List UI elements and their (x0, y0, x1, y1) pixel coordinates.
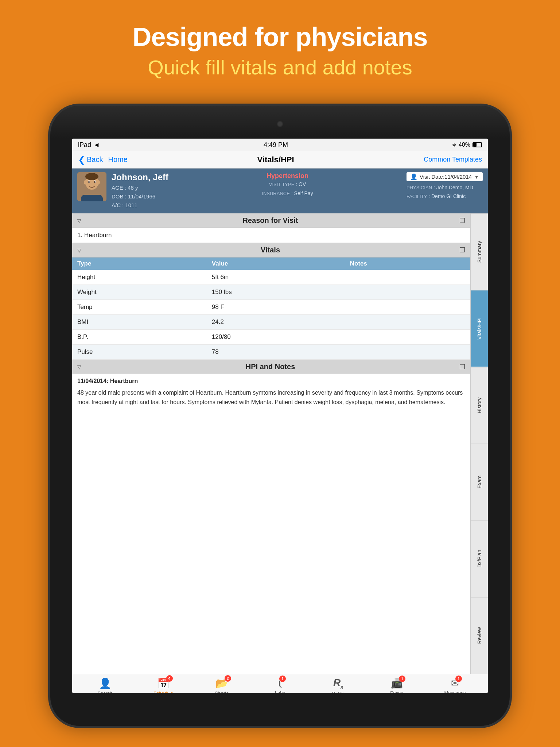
refills-icon: Rx (333, 677, 343, 688)
vitals-value: 98 F (207, 300, 345, 315)
vitals-row[interactable]: B.P. 120/80 (72, 330, 470, 345)
tab-messages[interactable]: ✉ 1 Messages (426, 678, 484, 693)
physician-label: PHYSICIAN (407, 185, 432, 190)
tab-labs-label: Labs (275, 690, 285, 693)
vitals-row[interactable]: BMI 24.2 (72, 315, 470, 330)
vitals-value: 120/80 (207, 330, 345, 345)
patient-condition: Hypertension (262, 172, 313, 180)
back-arrow-icon: ❮ (78, 155, 85, 165)
vitals-notes (345, 285, 470, 300)
vitals-value: 5ft 6in (207, 270, 345, 285)
content-area: ▽ Reason for Visit ❐ 1. Heartburn ▽ Vita… (72, 213, 488, 674)
wifi-icon: ◄ (93, 141, 100, 149)
vitals-triangle-icon: ▽ (77, 247, 81, 253)
tab-schedule-icon-container: 📅 4 (157, 677, 170, 689)
home-button[interactable]: Home (108, 155, 127, 164)
tab-search-label: Search (97, 690, 112, 693)
tab-schedule[interactable]: 📅 4 Schedule (134, 677, 192, 693)
vitals-notes (345, 330, 470, 345)
vitals-type: BMI (72, 315, 207, 330)
vitals-header-row: Type Value Notes (72, 258, 470, 270)
tab-refills[interactable]: Rx Refills (309, 677, 368, 693)
tab-history[interactable]: History (471, 367, 488, 444)
patient-avatar (77, 172, 106, 201)
vitals-notes (345, 270, 470, 285)
patient-details: AGE : 48 y DOB : 11/04/1966 A/C : 1011 (112, 183, 168, 210)
vitals-edit-icon[interactable]: ❐ (459, 246, 465, 254)
tab-faxes[interactable]: 📠 1 Faxes (368, 678, 426, 693)
vitals-notes (345, 300, 470, 315)
svg-point-3 (84, 180, 87, 185)
bluetooth-icon: ∗ (452, 142, 456, 148)
svg-point-2 (85, 173, 98, 180)
vitals-row[interactable]: Pulse 78 (72, 345, 470, 360)
vitals-row[interactable]: Weight 150 lbs (72, 285, 470, 300)
facility-value: Demo GI Clinic (431, 193, 466, 199)
tab-exam[interactable]: Exam (471, 444, 488, 520)
status-bar: iPad ◄ 4:49 PM ∗ 40% (72, 139, 488, 151)
visit-date-box[interactable]: 👤 Visit Date:11/04/2014 ▼ (407, 172, 483, 181)
faxes-badge: 1 (399, 676, 405, 682)
reason-for-visit-header: ▽ Reason for Visit ❐ (72, 213, 470, 228)
vitals-section-header: ▽ Vitals ❐ (72, 243, 470, 258)
patient-info-block: Johnson, Jeff AGE : 48 y DOB : 11/04/196… (112, 172, 483, 210)
device-name: iPad (78, 141, 91, 149)
col-type: Type (72, 258, 207, 270)
vitals-row[interactable]: Height 5ft 6in (72, 270, 470, 285)
hpi-edit-icon[interactable]: ❐ (459, 363, 465, 371)
vitals-type: Temp (72, 300, 207, 315)
col-notes: Notes (345, 258, 470, 270)
vitals-type: B.P. (72, 330, 207, 345)
tab-labs-icon-container: ⦗ 1 (277, 678, 283, 689)
app-header: Designed for physicians Quick fill vital… (0, 0, 560, 90)
insurance-label: INSURANCE (262, 191, 290, 196)
reason-edit-icon[interactable]: ❐ (459, 217, 465, 225)
tab-search-icon-container: 👤 (99, 677, 112, 689)
vitals-section-title: Vitals (81, 246, 459, 254)
content-padding (72, 413, 470, 485)
search-person-icon: 👤 (99, 678, 112, 689)
tab-refills-label: Refills (332, 691, 345, 693)
ipad-screen: iPad ◄ 4:49 PM ∗ 40% ❮ Back Home Vitals/… (72, 139, 488, 693)
svg-point-4 (97, 180, 100, 185)
vitals-row[interactable]: Temp 98 F (72, 300, 470, 315)
tab-review[interactable]: Review (471, 597, 488, 674)
patient-dob: DOB : 11/04/1966 (112, 192, 168, 201)
tab-schedule-label: Schedule (153, 690, 173, 693)
tab-summary[interactable]: Summary (471, 213, 488, 290)
svg-rect-9 (81, 195, 103, 201)
ipad-frame: iPad ◄ 4:49 PM ∗ 40% ❮ Back Home Vitals/… (50, 106, 510, 726)
patient-name: Johnson, Jeff (112, 172, 168, 182)
right-tabs: Summary Vitals/HPI History Exam Dx/Plan … (470, 213, 488, 674)
svg-point-8 (94, 181, 96, 183)
hpi-text: 48 year old male presents with a complai… (72, 388, 470, 413)
tab-faxes-label: Faxes (390, 690, 403, 693)
hpi-triangle-icon: ▽ (77, 364, 81, 370)
vitals-type: Pulse (72, 345, 207, 360)
charts-badge: 2 (225, 675, 231, 682)
tab-labs[interactable]: ⦗ 1 Labs (251, 678, 309, 693)
hpi-section-header: ▽ HPI and Notes ❐ (72, 360, 470, 374)
visit-type-row: VISIT TYPE : OV (262, 180, 313, 189)
vitals-type: Weight (72, 285, 207, 300)
visit-date-value: Visit Date:11/04/2014 (420, 174, 472, 180)
patient-age: AGE : 48 y (112, 183, 168, 192)
patient-header: Johnson, Jeff AGE : 48 y DOB : 11/04/196… (72, 169, 488, 213)
tab-charts[interactable]: 📂 2 Charts (192, 677, 251, 693)
common-templates-button[interactable]: Common Templates (424, 156, 482, 163)
insurance-value: Self Pay (294, 190, 313, 196)
app-subtitle: Quick fill vitals and add notes (0, 55, 560, 79)
status-right: ∗ 40% (452, 142, 482, 148)
vitals-table: Type Value Notes Height 5ft 6in Weight 1… (72, 258, 470, 360)
back-button[interactable]: Back (87, 155, 103, 164)
nav-title: Vitals/HPI (257, 155, 294, 165)
reason-triangle-icon: ▽ (77, 218, 81, 224)
tab-dx-plan[interactable]: Dx/Plan (471, 520, 488, 597)
status-left: iPad ◄ (78, 141, 100, 149)
vitals-body: Height 5ft 6in Weight 150 lbs Temp 98 F … (72, 270, 470, 360)
tab-search[interactable]: 👤 Search (76, 677, 134, 693)
tab-vitals-hpi[interactable]: Vitals/HPI (471, 290, 488, 367)
tab-charts-icon-container: 📂 2 (215, 677, 228, 689)
avatar-small-icon: 👤 (410, 173, 417, 180)
nav-left[interactable]: ❮ Back Home (78, 155, 128, 165)
